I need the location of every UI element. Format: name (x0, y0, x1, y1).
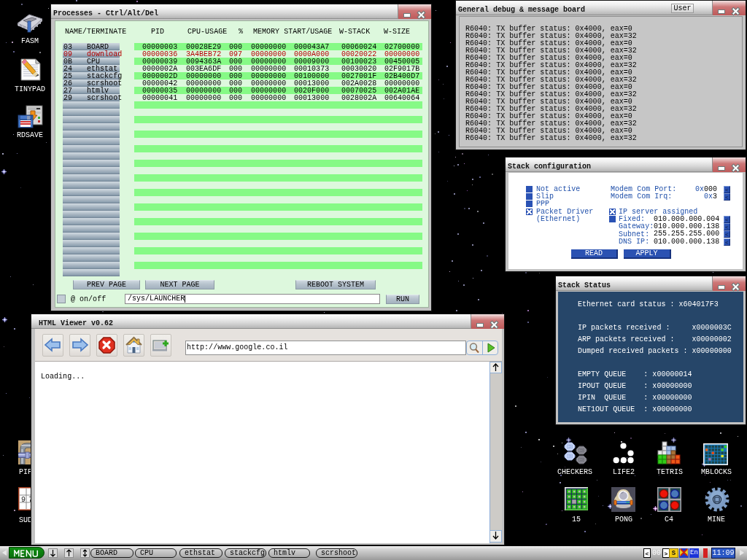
svg-text:9: 9 (21, 496, 26, 504)
